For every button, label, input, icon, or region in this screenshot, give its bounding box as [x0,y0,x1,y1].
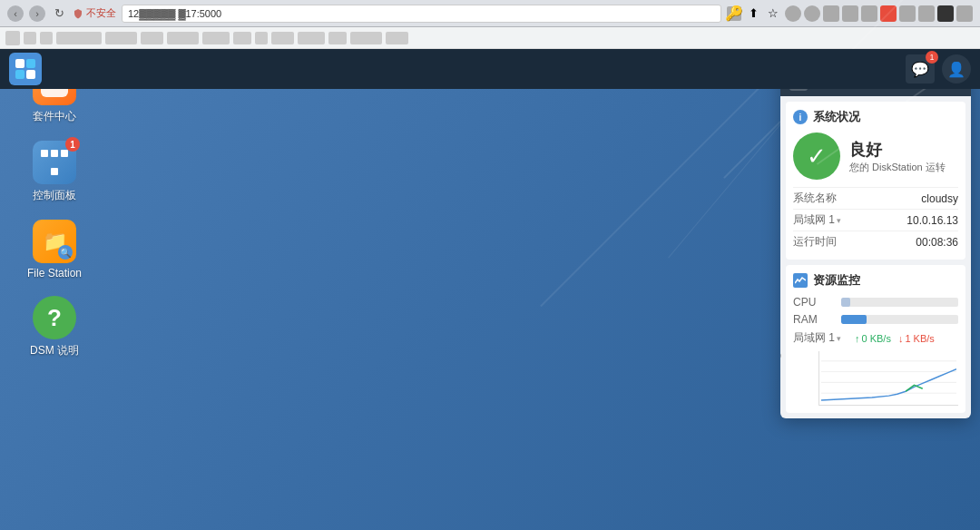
bookmark-7 [202,32,230,44]
status-text: 良好 您的 DiskStation 运转 [849,139,958,173]
desktop-icon-dsm-help[interactable]: ? DSM 说明 [18,292,91,362]
bookmark-6 [167,32,199,44]
chart-y-labels: 100 80 60 40 20 [780,351,781,406]
chat-button[interactable]: 💬 1 [906,54,935,83]
bookmark-2 [40,32,53,44]
control-panel-badge: 1 [65,137,80,152]
bookmark-8 [233,32,251,44]
system-status-title: 系统状况 [813,109,860,125]
chat-badge: 1 [926,51,938,64]
control-panel-label: 控制面板 [33,188,76,203]
chart-svg [821,351,956,403]
security-indicator: 不安全 [73,6,116,20]
bookmark-13 [386,32,408,44]
status-description: 您的 DiskStation 运转 [849,161,958,173]
bookmark-4 [105,32,137,44]
star-icon: ☆ [765,5,781,22]
share-icon: ⬆ [745,5,761,22]
info-icon: i [793,110,808,124]
cpu-label: CPU [793,296,834,309]
bookmark-1 [24,32,36,44]
uptime-value: 00:08:36 [916,236,958,249]
address-bar[interactable]: 12▓▓▓▓▓ ▓17:5000 [122,5,721,23]
network-monitor-row: 局域网 1 ▾ ↑ 0 KB/s ↓ 1 KB/s [793,330,958,346]
system-status-header: i 系统状况 [793,109,958,125]
status-label: 良好 [849,139,958,161]
uptime-row: 运行时间 00:08:36 [793,231,958,252]
desktop-icons-container: 🛍 2 套件中心 1 控制面板 📁 🔍 File Station [18,58,91,362]
bookmark-3 [56,32,102,44]
user-button[interactable]: 👤 [942,54,971,83]
hostname-label: 系统名称 [793,191,837,206]
ram-label: RAM [793,313,834,326]
bookmark-10 [298,32,325,44]
chart-container: 100 80 60 40 20 [793,351,958,406]
resource-monitor-header: 资源监控 [793,272,958,289]
package-center-label: 套件中心 [33,109,76,124]
dsm-help-label: DSM 说明 [30,343,79,358]
bookmark-12 [350,32,382,44]
bookmarks-bar [0,27,980,49]
checkmark-icon: ✓ [807,142,827,171]
bookmark-9 [271,32,294,44]
resource-monitor-title: 资源监控 [813,272,860,289]
bookmark-apps [5,31,20,45]
hostname-row: 系统名称 cloudsy [793,187,958,209]
folder-icon [255,32,268,44]
reload-button[interactable]: ↻ [51,5,67,22]
hostname-value: cloudsy [921,192,958,205]
cpu-bar-fill [841,298,850,307]
mini-chart [818,351,958,406]
network-value: 10.0.16.13 [906,214,958,227]
desktop-icon-control-panel[interactable]: 1 控制面板 [18,137,91,207]
desktop: 🛍 2 套件中心 1 控制面板 📁 🔍 File Station [0,49,980,530]
back-button[interactable]: ‹ [7,5,24,22]
status-circle: ✓ [793,132,840,180]
ram-bar-fill [841,315,867,324]
ram-row: RAM [793,313,958,326]
network-row: 局域网 1 ▾ 10.0.16.13 [793,209,958,231]
network-monitor-dropdown: ▾ [837,334,841,343]
network-label[interactable]: 局域网 1 ▾ [793,212,841,228]
forward-button[interactable]: › [29,5,45,22]
bookmark-11 [328,32,347,44]
bookmark-5 [141,32,163,44]
upload-speed: ↑ 0 KB/s [855,333,891,344]
monitor-icon [793,273,808,288]
taskbar-right: 💬 1 👤 [906,54,971,83]
file-station-label: File Station [27,267,82,280]
ram-bar-bg [841,315,958,324]
status-good-area: ✓ 良好 您的 DiskStation 运转 [793,132,958,180]
widget-panel: + i 系统状况 ✓ 良好 您的 DiskStation 运转 系统名称 clo… [780,67,971,418]
dsm-taskbar: 💬 1 👤 [0,49,980,89]
network-speeds: ↑ 0 KB/s ↓ 1 KB/s [855,333,935,344]
network-monitor-label[interactable]: 局域网 1 ▾ [793,330,848,346]
cpu-row: CPU [793,296,958,309]
key-icon: 🔑 [727,6,741,21]
cpu-bar-bg [841,298,958,307]
dsm-logo[interactable] [9,53,42,85]
system-status-widget: i 系统状况 ✓ 良好 您的 DiskStation 运转 系统名称 cloud… [786,102,965,260]
browser-chrome: ‹ › ↻ 不安全 12▓▓▓▓▓ ▓17:5000 🔑 ⬆ ☆ [0,0,980,27]
browser-toolbar: 🔑 ⬆ ☆ [727,5,973,22]
desktop-icon-file-station[interactable]: 📁 🔍 File Station [18,216,91,283]
download-speed: ↓ 1 KB/s [898,333,935,344]
network-dropdown-arrow: ▾ [837,216,841,225]
uptime-label: 运行时间 [793,234,837,250]
resource-monitor-widget: 资源监控 CPU RAM 局域网 1 ▾ [786,265,965,413]
